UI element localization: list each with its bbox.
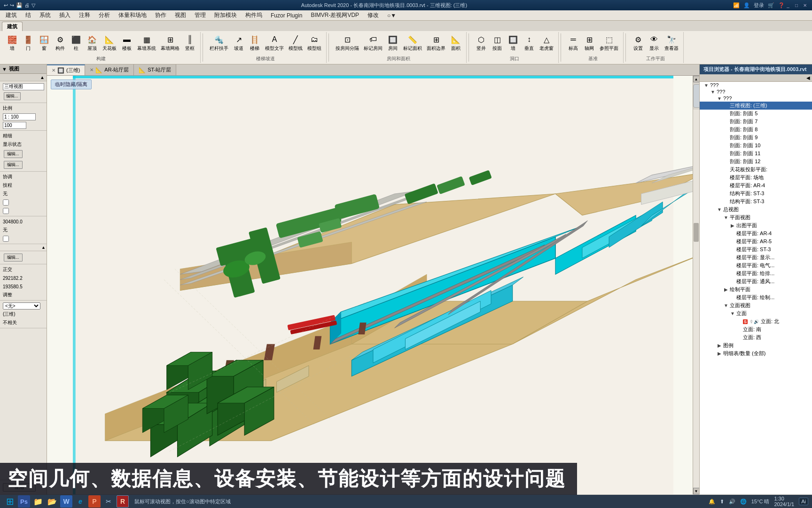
collapse-2[interactable]: ▲ [41,245,46,250]
btn-shaft[interactable]: ⬡竖井 [474,33,489,53]
tree-item-section9[interactable]: 剖面: 剖面 9 [700,134,812,142]
edit-btn4[interactable]: 编辑... [4,254,23,262]
checkbox1[interactable] [3,199,9,206]
tree-item-gfloor-ar5[interactable]: 楼层平面: AR-5 [700,238,812,246]
tab-close-ar[interactable]: ✕ [90,67,94,72]
qa-save[interactable]: 💾 [16,2,23,8]
tree-item-section11[interactable]: 剖面: 剖面 11 [700,150,812,158]
tab-st[interactable]: 📐 ST-站厅层 [134,64,176,75]
tree-item-elevations[interactable]: ▼立面视图 [700,302,812,310]
tree-item-section12[interactable]: 剖面: 剖面 12 [700,158,812,166]
btn-door[interactable]: 🚪门 [21,33,36,53]
btn-railing[interactable]: 🔩栏杆扶手 [208,33,230,53]
tree-item-root[interactable]: ▼??? [700,82,812,88]
menu-components[interactable]: 构件坞 [242,10,266,20]
scroll-up-btn[interactable]: ▲ [693,76,700,82]
menu-system[interactable]: 系统 [36,10,55,20]
menu-dropdown[interactable]: ○▼ [383,11,400,20]
tree-item-section10[interactable]: 剖面: 剖面 10 [700,142,812,150]
btn-model-line[interactable]: ╱模型线 [287,33,304,53]
tree-item-section8[interactable]: 剖面: 剖面 8 [700,126,812,134]
help-icon[interactable]: ❓ [778,2,785,8]
btn-stair[interactable]: 🪜楼梯 [247,33,262,53]
btn-ceiling[interactable]: 📐天花板 [101,33,118,53]
menu-fuzor[interactable]: Fuzor Plugin [267,11,306,20]
btn-level[interactable]: ═标高 [566,33,581,53]
tree-item-elev-group[interactable]: ▼立面 [700,310,812,318]
btn-roof[interactable]: 🏠屋顶 [85,33,100,53]
quick-access-toolbar[interactable]: ↩ ↪ 💾 🖨 ▽ [4,2,35,8]
right-panel-collapse[interactable]: ◀ [806,75,810,80]
tree-item-gfloor-elec[interactable]: 楼层平面: 电气... [700,262,812,270]
app-word[interactable]: W [60,495,72,508]
btn-curtain-grid[interactable]: ⊞幕墙网格 [159,33,181,53]
viewport-container[interactable]: 临时隐藏/隔离 [47,76,699,494]
app-ps[interactable]: Ps [18,495,30,508]
view-dropdown-icon[interactable]: ▼ [2,66,7,72]
menu-addons[interactable]: 附加模块 [211,10,241,20]
btn-model-text[interactable]: A模型文字 [263,33,286,53]
tree-item-legend[interactable]: ▶图例 [700,341,812,349]
btn-grid[interactable]: ⊞轴网 [582,33,597,53]
btn-viewer-workplane[interactable]: 🔭查看器 [663,33,680,53]
menu-insert[interactable]: 插入 [55,10,74,20]
view-type-selector[interactable] [3,83,44,90]
tree-item-floor-ar4[interactable]: 楼层平面: AR-4 [700,182,812,190]
btn-room-sep[interactable]: ⊡按房间分隔 [334,33,361,53]
checkbox2[interactable] [3,208,9,214]
btn-curtain-sys[interactable]: ▦幕墙系统 [135,33,158,53]
tree-item-output-plans[interactable]: ▶出图平面 [700,222,812,230]
tree-item-sub1[interactable]: ▼??? [700,88,812,95]
app-start[interactable]: ⊞ [4,495,16,508]
btn-set-workplane[interactable]: ⚙设置 [631,33,646,53]
btn-window[interactable]: 🪟窗 [37,33,52,53]
tree-item-section7[interactable]: 剖面: 剖面 7 [700,118,812,126]
btn-dormer[interactable]: △老虎窗 [538,33,555,53]
menu-build[interactable]: 建筑 [2,10,21,20]
btn-mullion[interactable]: ║竖框 [182,33,197,53]
window-controls[interactable]: _ □ ✕ [785,2,808,8]
btn-component[interactable]: ⚙构件 [53,33,68,53]
cart-icon[interactable]: 🛒 [768,2,774,8]
checkbox3[interactable] [3,236,9,242]
tree-item-gfloor-hvac[interactable]: 楼层平面: 通风... [700,278,812,286]
qa-dropdown[interactable]: ▽ [31,2,35,8]
ribbon-tab-build[interactable]: 建筑 [2,22,23,31]
app-folder2[interactable]: 📂 [46,495,58,508]
tree-item-draft-plans[interactable]: ▶绘制平面 [700,286,812,294]
tree-item-sub2[interactable]: ▼??? [700,95,812,102]
tree-item-gfloor-st3[interactable]: 楼层平面: ST-3 [700,246,812,254]
tree-item-floor-site[interactable]: 楼层平面: 场地 [700,174,812,182]
scale-value-input[interactable]: 100 [3,122,26,129]
btn-wall-open[interactable]: 🔲墙 [506,33,521,53]
close-btn[interactable]: ✕ [802,2,808,8]
tree-item-view-3d[interactable]: 三维视图: (三维) [700,102,812,110]
btn-vertical[interactable]: ↕垂直 [522,33,537,53]
no-select-dropdown[interactable]: <无> [3,302,40,310]
minimize-btn[interactable]: _ [785,2,791,8]
tree-item-section5[interactable]: 剖面: 剖面 5 [700,110,812,118]
maximize-btn[interactable]: □ [793,2,800,8]
btn-tag-area[interactable]: 📏标记面积 [401,33,424,53]
tree-item-ceiling[interactable]: 天花板投影平面: [700,166,812,174]
btn-floor[interactable]: ▬楼板 [119,33,134,53]
tree-item-gfloor-ar4[interactable]: 楼层平面: AR-4 [700,230,812,238]
app-edge[interactable]: e [74,495,86,508]
btn-tag-room[interactable]: 🏷标记房间 [362,33,384,53]
menu-bimvr[interactable]: BIMVR-差视网VDP [307,10,363,20]
scroll-down-btn[interactable]: ▼ [693,488,700,494]
edit-type-btn[interactable]: 编辑... [4,92,21,100]
viewport-canvas[interactable] [47,76,699,494]
btn-area-bound[interactable]: ⊞面积边界 [425,33,447,53]
tree-item-schedules[interactable]: ▶明细表/数量 (全部) [700,349,812,357]
btn-show-workplane[interactable]: 👁显示 [647,33,662,53]
menu-analysis[interactable]: 分析 [95,10,114,20]
btn-column[interactable]: ⬛柱 [69,33,84,53]
qa-redo[interactable]: ↪ [10,2,14,8]
btn-wall[interactable]: 🧱墙 [5,33,20,53]
tree-item-gfloor-show[interactable]: 楼层平面: 显示... [700,254,812,262]
edit-btn3[interactable]: 编辑... [4,161,23,169]
app-cut[interactable]: ✂ [102,495,115,508]
tree-item-struct-st3b[interactable]: 结构平面: ST-3 [700,198,812,206]
menu-modify[interactable]: 修改 [364,10,383,20]
